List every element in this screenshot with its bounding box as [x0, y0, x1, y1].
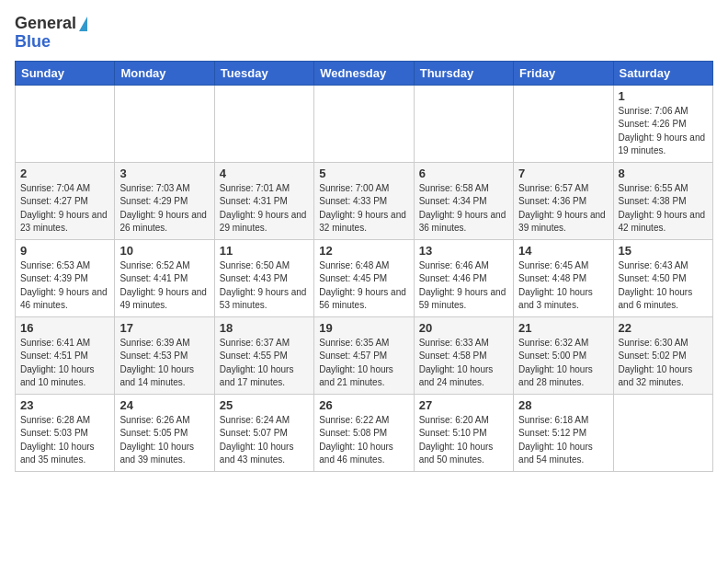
- weekday-header-tuesday: Tuesday: [214, 61, 313, 85]
- day-number: 23: [20, 398, 109, 412]
- calendar-cell: 15Sunrise: 6:43 AM Sunset: 4:50 PM Dayli…: [613, 239, 712, 316]
- day-number: 13: [419, 244, 508, 258]
- calendar-cell: [414, 85, 513, 162]
- logo-blue: Blue: [15, 33, 87, 52]
- calendar-cell: 12Sunrise: 6:48 AM Sunset: 4:45 PM Dayli…: [314, 239, 414, 316]
- day-number: 22: [619, 321, 708, 335]
- calendar-cell: 7Sunrise: 6:57 AM Sunset: 4:36 PM Daylig…: [514, 162, 613, 239]
- day-info: Sunrise: 6:39 AM Sunset: 4:53 PM Dayligh…: [119, 337, 209, 390]
- day-info: Sunrise: 6:50 AM Sunset: 4:43 PM Dayligh…: [220, 259, 309, 313]
- weekday-header-saturday: Saturday: [613, 61, 712, 85]
- calendar-cell: 26Sunrise: 6:22 AM Sunset: 5:08 PM Dayli…: [314, 394, 414, 471]
- calendar-cell: [514, 85, 613, 162]
- day-info: Sunrise: 6:24 AM Sunset: 5:07 PM Dayligh…: [220, 414, 309, 467]
- day-number: 20: [419, 321, 508, 335]
- calendar-cell: [613, 394, 712, 471]
- day-info: Sunrise: 6:35 AM Sunset: 4:57 PM Dayligh…: [319, 337, 408, 390]
- day-info: Sunrise: 6:32 AM Sunset: 5:00 PM Dayligh…: [518, 337, 608, 390]
- calendar-body: 1Sunrise: 7:06 AM Sunset: 4:26 PM Daylig…: [16, 85, 713, 471]
- calendar-cell: 13Sunrise: 6:46 AM Sunset: 4:46 PM Dayli…: [414, 239, 513, 316]
- day-info: Sunrise: 6:30 AM Sunset: 5:02 PM Dayligh…: [619, 337, 708, 390]
- day-info: Sunrise: 6:18 AM Sunset: 5:12 PM Dayligh…: [518, 414, 608, 467]
- day-info: Sunrise: 7:01 AM Sunset: 4:31 PM Dayligh…: [220, 182, 309, 236]
- calendar-week-3: 9Sunrise: 6:53 AM Sunset: 4:39 PM Daylig…: [16, 239, 713, 316]
- day-info: Sunrise: 7:03 AM Sunset: 4:29 PM Dayligh…: [119, 182, 209, 236]
- calendar-table: SundayMondayTuesdayWednesdayThursdayFrid…: [15, 61, 713, 472]
- weekday-header-sunday: Sunday: [16, 61, 115, 85]
- calendar-cell: 9Sunrise: 6:53 AM Sunset: 4:39 PM Daylig…: [16, 239, 115, 316]
- day-number: 11: [220, 244, 309, 258]
- day-number: 5: [319, 167, 408, 180]
- calendar-cell: 4Sunrise: 7:01 AM Sunset: 4:31 PM Daylig…: [214, 162, 313, 239]
- day-info: Sunrise: 6:33 AM Sunset: 4:58 PM Dayligh…: [419, 337, 508, 390]
- day-number: 8: [619, 167, 708, 180]
- day-number: 14: [518, 244, 608, 258]
- calendar-cell: 8Sunrise: 6:55 AM Sunset: 4:38 PM Daylig…: [613, 162, 712, 239]
- day-info: Sunrise: 7:04 AM Sunset: 4:27 PM Dayligh…: [20, 182, 109, 236]
- day-info: Sunrise: 6:57 AM Sunset: 4:36 PM Dayligh…: [518, 182, 608, 236]
- calendar-cell: 18Sunrise: 6:37 AM Sunset: 4:55 PM Dayli…: [214, 316, 313, 394]
- day-info: Sunrise: 6:58 AM Sunset: 4:34 PM Dayligh…: [419, 182, 508, 236]
- calendar-cell: 25Sunrise: 6:24 AM Sunset: 5:07 PM Dayli…: [214, 394, 313, 471]
- day-number: 4: [220, 167, 309, 180]
- weekday-header-friday: Friday: [514, 61, 613, 85]
- day-info: Sunrise: 6:52 AM Sunset: 4:41 PM Dayligh…: [119, 259, 209, 313]
- weekday-header-wednesday: Wednesday: [314, 61, 414, 85]
- day-info: Sunrise: 6:22 AM Sunset: 5:08 PM Dayligh…: [319, 414, 408, 467]
- weekday-header-row: SundayMondayTuesdayWednesdayThursdayFrid…: [16, 61, 713, 85]
- calendar-cell: 14Sunrise: 6:45 AM Sunset: 4:48 PM Dayli…: [514, 239, 613, 316]
- day-number: 2: [20, 167, 109, 180]
- calendar-cell: [115, 85, 214, 162]
- day-info: Sunrise: 7:00 AM Sunset: 4:33 PM Dayligh…: [319, 182, 408, 236]
- day-info: Sunrise: 6:37 AM Sunset: 4:55 PM Dayligh…: [220, 337, 309, 390]
- day-number: 25: [220, 398, 309, 412]
- calendar-cell: 28Sunrise: 6:18 AM Sunset: 5:12 PM Dayli…: [514, 394, 613, 471]
- day-number: 19: [319, 321, 408, 335]
- calendar-cell: 11Sunrise: 6:50 AM Sunset: 4:43 PM Dayli…: [214, 239, 313, 316]
- calendar-cell: 1Sunrise: 7:06 AM Sunset: 4:26 PM Daylig…: [613, 85, 712, 162]
- calendar-week-1: 1Sunrise: 7:06 AM Sunset: 4:26 PM Daylig…: [16, 85, 713, 162]
- calendar-cell: 17Sunrise: 6:39 AM Sunset: 4:53 PM Dayli…: [115, 316, 214, 394]
- calendar-cell: 6Sunrise: 6:58 AM Sunset: 4:34 PM Daylig…: [414, 162, 513, 239]
- calendar-cell: 16Sunrise: 6:41 AM Sunset: 4:51 PM Dayli…: [16, 316, 115, 394]
- day-info: Sunrise: 6:53 AM Sunset: 4:39 PM Dayligh…: [20, 259, 109, 313]
- day-number: 9: [20, 244, 109, 258]
- day-number: 10: [119, 244, 209, 258]
- day-info: Sunrise: 6:48 AM Sunset: 4:45 PM Dayligh…: [319, 259, 408, 313]
- calendar-cell: 24Sunrise: 6:26 AM Sunset: 5:05 PM Dayli…: [115, 394, 214, 471]
- day-info: Sunrise: 6:20 AM Sunset: 5:10 PM Dayligh…: [419, 414, 508, 467]
- calendar-cell: [214, 85, 313, 162]
- day-number: 24: [119, 398, 209, 412]
- day-number: 18: [220, 321, 309, 335]
- day-info: Sunrise: 6:28 AM Sunset: 5:03 PM Dayligh…: [20, 414, 109, 467]
- calendar-cell: 3Sunrise: 7:03 AM Sunset: 4:29 PM Daylig…: [115, 162, 214, 239]
- calendar-cell: 10Sunrise: 6:52 AM Sunset: 4:41 PM Dayli…: [115, 239, 214, 316]
- calendar-cell: 20Sunrise: 6:33 AM Sunset: 4:58 PM Dayli…: [414, 316, 513, 394]
- day-number: 16: [20, 321, 109, 335]
- day-info: Sunrise: 6:46 AM Sunset: 4:46 PM Dayligh…: [419, 259, 508, 313]
- day-info: Sunrise: 6:26 AM Sunset: 5:05 PM Dayligh…: [119, 414, 209, 467]
- day-number: 26: [319, 398, 408, 412]
- calendar-cell: 23Sunrise: 6:28 AM Sunset: 5:03 PM Dayli…: [16, 394, 115, 471]
- day-info: Sunrise: 6:55 AM Sunset: 4:38 PM Dayligh…: [619, 182, 708, 236]
- day-number: 28: [518, 398, 608, 412]
- day-number: 27: [419, 398, 508, 412]
- day-number: 21: [518, 321, 608, 335]
- calendar-cell: 22Sunrise: 6:30 AM Sunset: 5:02 PM Dayli…: [613, 316, 712, 394]
- weekday-header-monday: Monday: [115, 61, 214, 85]
- day-number: 1: [619, 89, 708, 103]
- day-number: 6: [419, 167, 508, 180]
- day-info: Sunrise: 6:45 AM Sunset: 4:48 PM Dayligh…: [518, 259, 608, 313]
- day-number: 15: [619, 244, 708, 258]
- day-info: Sunrise: 6:43 AM Sunset: 4:50 PM Dayligh…: [619, 259, 708, 313]
- page-header: General Blue: [15, 15, 713, 52]
- calendar-cell: [314, 85, 414, 162]
- day-number: 3: [119, 167, 209, 180]
- day-number: 12: [319, 244, 408, 258]
- calendar-week-2: 2Sunrise: 7:04 AM Sunset: 4:27 PM Daylig…: [16, 162, 713, 239]
- day-number: 7: [518, 167, 608, 180]
- logo: General Blue: [15, 15, 87, 52]
- calendar-cell: 19Sunrise: 6:35 AM Sunset: 4:57 PM Dayli…: [314, 316, 414, 394]
- calendar-cell: [16, 85, 115, 162]
- weekday-header-thursday: Thursday: [414, 61, 513, 85]
